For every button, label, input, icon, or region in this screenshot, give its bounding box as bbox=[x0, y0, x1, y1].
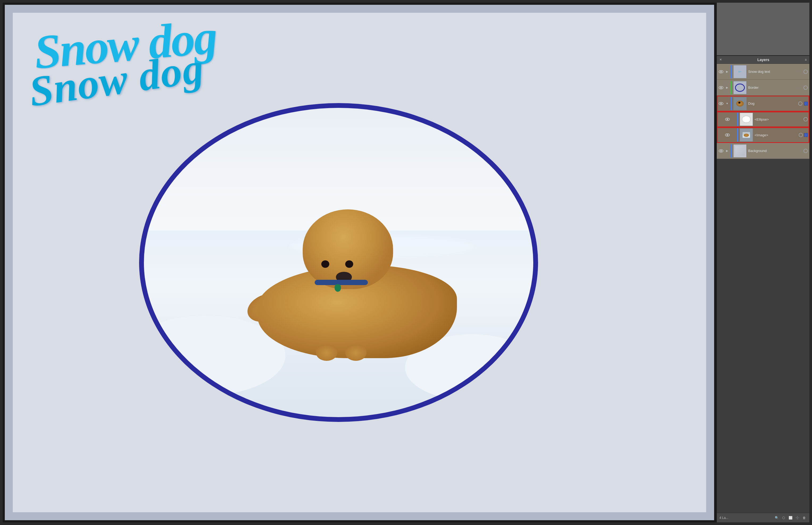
eye-icon-background bbox=[719, 149, 723, 152]
layer-row-ellipse[interactable]: <Ellipse> bbox=[717, 111, 809, 127]
ellipse-thumb-svg bbox=[741, 115, 752, 124]
eye-icon bbox=[719, 70, 723, 73]
layer-expand-snow-dog-text[interactable]: ▶ bbox=[725, 70, 729, 74]
right-panel: ✕ Layers ≡ ▶ Sn~ Snow dog text bbox=[716, 3, 809, 522]
layer-color-bar-background bbox=[730, 144, 732, 158]
layer-square-dog[interactable] bbox=[804, 102, 808, 105]
ellipse-border bbox=[139, 103, 538, 422]
layer-circle-background[interactable] bbox=[803, 149, 808, 153]
layer-color-bar-green bbox=[730, 81, 732, 94]
text-thumb-preview: Sn~ bbox=[738, 70, 742, 73]
layers-menu-icon[interactable]: ≡ bbox=[805, 58, 807, 62]
layer-expand-dog[interactable]: ▼ bbox=[725, 102, 729, 105]
layers-close-x[interactable]: ✕ bbox=[720, 58, 722, 61]
layers-delete-icon[interactable]: 🗑 bbox=[802, 515, 807, 520]
layer-expand-background[interactable]: ▶ bbox=[725, 149, 729, 153]
eye-icon-dog bbox=[719, 102, 723, 105]
border-thumb-svg bbox=[735, 83, 745, 92]
layers-new-layer-icon[interactable]: ⬡ bbox=[781, 515, 786, 520]
layers-panel: ✕ Layers ≡ ▶ Sn~ Snow dog text bbox=[717, 56, 809, 522]
layers-footer: 4 La... 🔍 ⬡ ⬜ ➕ 🗑 bbox=[717, 513, 809, 522]
layer-thumbnail-border bbox=[733, 81, 746, 94]
layer-name-border: Border bbox=[748, 86, 802, 90]
layer-thumbnail-snow-dog-text: Sn~ bbox=[733, 65, 746, 78]
layer-expand-border[interactable]: ▶ bbox=[725, 86, 729, 90]
layer-row-snow-dog-text[interactable]: ▶ Sn~ Snow dog text bbox=[717, 64, 809, 80]
layer-visibility-border[interactable] bbox=[719, 85, 724, 90]
layer-color-bar-ellipse bbox=[737, 112, 738, 126]
layer-circle-dog[interactable] bbox=[798, 102, 802, 106]
layers-panel-header: ✕ Layers ≡ bbox=[717, 56, 809, 64]
layer-visibility-dog[interactable] bbox=[719, 101, 724, 106]
layer-thumbnail-background bbox=[733, 144, 746, 158]
eye-icon-border bbox=[719, 86, 723, 89]
layer-color-bar-dog bbox=[730, 97, 732, 110]
layer-circle-image[interactable] bbox=[799, 133, 803, 137]
layer-expand-image[interactable] bbox=[732, 133, 735, 137]
layer-thumbnail-dog bbox=[733, 97, 746, 110]
layer-row-border[interactable]: ▶ Border bbox=[717, 80, 809, 96]
layer-expand-ellipse[interactable] bbox=[732, 117, 735, 121]
layers-empty-space bbox=[717, 159, 809, 513]
top-right-panel bbox=[717, 3, 809, 56]
layer-circle-ellipse[interactable] bbox=[803, 117, 808, 121]
layer-color-bar-blue bbox=[730, 65, 732, 78]
layer-visibility-background[interactable] bbox=[719, 148, 724, 153]
layers-panel-title: Layers bbox=[757, 58, 769, 62]
layer-thumbnail-ellipse bbox=[740, 112, 753, 126]
svg-point-0 bbox=[735, 84, 744, 91]
layer-row-dog[interactable]: ▼ Dog bbox=[717, 96, 809, 111]
layer-name-snow-dog-text: Snow dog text bbox=[748, 70, 802, 74]
layers-add-icon[interactable]: ➕ bbox=[795, 515, 800, 520]
canvas-area: Snow dog Snow dog bbox=[3, 3, 716, 522]
layer-color-bar-image bbox=[737, 128, 738, 141]
layer-visibility-snow-dog-text[interactable] bbox=[719, 69, 724, 74]
layer-row-image[interactable]: <Image> bbox=[717, 127, 809, 143]
layers-search-icon[interactable]: 🔍 bbox=[774, 515, 779, 520]
layers-group-icon[interactable]: ⬜ bbox=[788, 515, 793, 520]
layer-name-dog: Dog bbox=[748, 102, 797, 105]
eye-icon-ellipse bbox=[725, 118, 730, 121]
layer-thumbnail-image bbox=[740, 128, 753, 141]
layer-circle-border[interactable] bbox=[803, 86, 808, 90]
layer-visibility-image[interactable] bbox=[725, 132, 730, 138]
layer-circle-snow-dog-text[interactable] bbox=[803, 70, 808, 74]
layers-count-label: 4 La... bbox=[720, 516, 772, 520]
layer-name-background: Background bbox=[748, 149, 802, 153]
layer-name-image: <Image> bbox=[755, 133, 797, 137]
svg-point-1 bbox=[742, 116, 751, 123]
layer-square-image[interactable] bbox=[804, 133, 808, 137]
app-container: Snow dog Snow dog ✕ Layers ≡ ▶ bbox=[0, 0, 812, 525]
artwork-canvas: Snow dog Snow dog bbox=[13, 13, 706, 512]
layer-row-background[interactable]: ▶ Background bbox=[717, 143, 809, 159]
layer-visibility-ellipse[interactable] bbox=[725, 117, 730, 122]
layer-name-ellipse: <Ellipse> bbox=[755, 117, 802, 121]
eye-icon-image bbox=[725, 133, 730, 137]
